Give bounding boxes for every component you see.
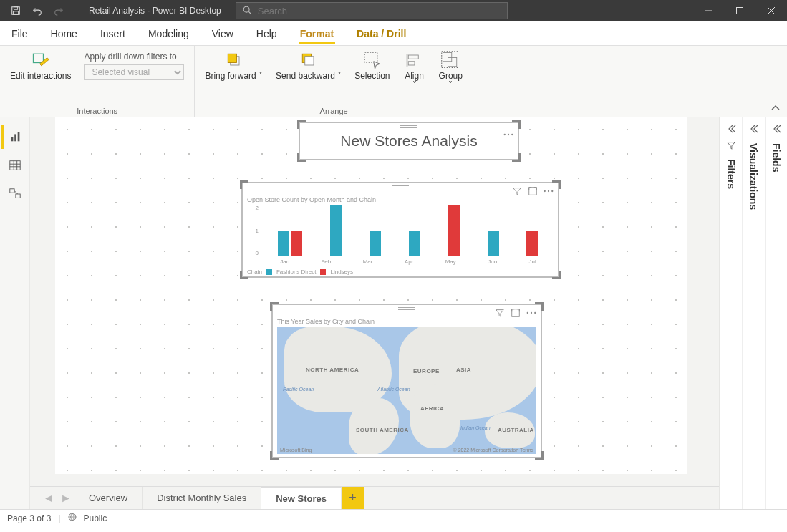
chart-title: Open Store Count by Open Month and Chain — [247, 196, 376, 203]
add-page-button[interactable]: + — [342, 487, 364, 509]
filters-pane[interactable]: Filters — [720, 117, 742, 509]
more-options-icon[interactable] — [526, 308, 536, 321]
chart-legend: Chain Fashions Direct Lindseys — [247, 269, 353, 275]
svg-point-38 — [551, 190, 553, 192]
send-backward-button[interactable]: Send backward ˅ — [273, 49, 344, 82]
label-south-america: SOUTH AMERICA — [356, 427, 409, 433]
visualizations-pane-label: Visualizations — [748, 143, 759, 210]
page-tab-new-stores[interactable]: New Stores — [261, 487, 342, 509]
svg-rect-39 — [512, 309, 520, 317]
send-backward-label: Send backward — [276, 71, 335, 81]
drag-grip-icon[interactable] — [392, 185, 409, 189]
drill-filter-dropdown[interactable]: Selected visual — [84, 64, 184, 80]
undo-button[interactable] — [27, 1, 47, 21]
expand-icon[interactable] — [748, 123, 759, 135]
model-view-button[interactable] — [1, 182, 29, 206]
filter-icon[interactable] — [495, 308, 505, 321]
save-button[interactable] — [6, 1, 26, 21]
focus-mode-icon[interactable] — [511, 308, 521, 321]
collapse-ribbon-button[interactable] — [770, 102, 781, 114]
svg-rect-35 — [529, 188, 537, 195]
view-rail — [0, 117, 30, 509]
search-icon — [242, 5, 252, 17]
canvas[interactable]: New Stores Analysis Open Store Count by … — [30, 117, 719, 486]
tab-modeling[interactable]: Modeling — [137, 21, 201, 45]
tab-prev-button[interactable]: ◄ — [40, 487, 57, 509]
svg-point-37 — [548, 190, 549, 192]
label-atlantic: Atlantic Ocean — [377, 387, 410, 392]
tab-home[interactable]: Home — [39, 21, 89, 45]
workspace: New Stores Analysis Open Store Count by … — [0, 117, 787, 509]
page-tab-overview[interactable]: Overview — [74, 487, 143, 509]
bing-credit: Microsoft Bing — [280, 448, 312, 453]
label-europe: EUROPE — [413, 368, 440, 374]
fields-pane[interactable]: Fields — [765, 117, 787, 509]
ribbon-group-arrange: Bring forward ˅ Send backward ˅ Selectio… — [195, 46, 473, 117]
tab-next-button[interactable]: ► — [57, 487, 74, 509]
redo-button[interactable] — [49, 1, 69, 21]
svg-rect-17 — [408, 62, 415, 65]
page-tab-district[interactable]: District Monthly Sales — [143, 487, 261, 509]
svg-rect-6 — [737, 8, 743, 14]
x-axis-ticks: JanFebMarAprMayJunJul — [264, 258, 552, 265]
label-asia: ASIA — [456, 367, 471, 373]
page-tabs: ◄ ► Overview District Monthly Sales New … — [30, 486, 719, 509]
edit-interactions-button[interactable]: Edit interactions — [7, 49, 74, 82]
tab-format[interactable]: Format — [289, 21, 345, 45]
tab-help[interactable]: Help — [245, 21, 289, 45]
tab-file[interactable]: File — [0, 21, 39, 45]
svg-rect-24 — [9, 161, 19, 170]
apply-drill-filters: Apply drill down filters to Selected vis… — [81, 49, 187, 83]
arrange-group-label: Arrange — [202, 107, 465, 115]
tab-data-drill[interactable]: Data / Drill — [345, 21, 417, 45]
status-bar: Page 3 of 3 | Public — [0, 509, 787, 526]
chevron-down-icon: ˅ — [448, 80, 453, 90]
svg-rect-2 — [14, 11, 19, 14]
expand-icon[interactable] — [771, 123, 782, 135]
more-options-icon[interactable] — [544, 186, 554, 199]
filters-pane-label: Filters — [725, 159, 737, 189]
drag-grip-icon[interactable] — [398, 306, 415, 311]
label-africa: AFRICA — [420, 405, 444, 412]
selection-label: Selection — [354, 72, 390, 81]
svg-line-4 — [248, 11, 251, 14]
group-button[interactable]: Group˅ — [436, 49, 465, 92]
more-options-icon[interactable] — [503, 126, 513, 143]
search-box[interactable] — [236, 2, 508, 19]
window-controls — [692, 0, 787, 21]
edit-interactions-label: Edit interactions — [10, 71, 71, 81]
right-panes: Filters Visualizations Fields — [719, 117, 787, 509]
drag-grip-icon[interactable] — [400, 125, 417, 129]
svg-line-31 — [14, 191, 18, 195]
label-pacific: Pacific Ocean — [283, 387, 314, 392]
data-view-button[interactable] — [1, 153, 29, 178]
y-axis-ticks: 2 1 0 — [253, 205, 259, 256]
svg-rect-14 — [364, 53, 377, 63]
title-textbox-visual[interactable]: New Stores Analysis — [299, 122, 519, 160]
report-page[interactable]: New Stores Analysis Open Store Count by … — [55, 117, 687, 474]
focus-mode-icon[interactable] — [528, 186, 538, 199]
fields-pane-label: Fields — [771, 143, 782, 172]
svg-rect-20 — [442, 52, 458, 68]
align-button[interactable]: Align˅ — [400, 49, 429, 92]
search-input[interactable] — [258, 6, 501, 16]
map-copyright: © 2022 Microsoft Corporation Terms — [453, 448, 533, 453]
tab-insert[interactable]: Insert — [89, 21, 137, 45]
svg-rect-22 — [14, 134, 16, 141]
filter-icon[interactable] — [512, 186, 522, 199]
apply-drill-label: Apply drill down filters to — [84, 52, 184, 62]
expand-icon[interactable] — [725, 123, 737, 135]
bring-forward-button[interactable]: Bring forward ˅ — [202, 49, 266, 82]
selection-pane-button[interactable]: Selection — [352, 49, 392, 82]
bar-chart-visual[interactable]: Open Store Count by Open Month and Chain… — [241, 182, 559, 278]
map-body[interactable]: NORTH AMERICA SOUTH AMERICA EUROPE AFRIC… — [277, 327, 536, 454]
visualizations-pane[interactable]: Visualizations — [742, 117, 764, 509]
svg-point-3 — [243, 6, 249, 12]
maximize-button[interactable] — [724, 0, 755, 21]
label-north-america: NORTH AMERICA — [306, 367, 359, 373]
map-visual[interactable]: This Year Sales by City and Chain NORTH … — [271, 304, 542, 458]
tab-view[interactable]: View — [201, 21, 245, 45]
minimize-button[interactable] — [692, 0, 724, 21]
close-button[interactable] — [755, 0, 787, 21]
report-view-button[interactable] — [1, 125, 29, 149]
